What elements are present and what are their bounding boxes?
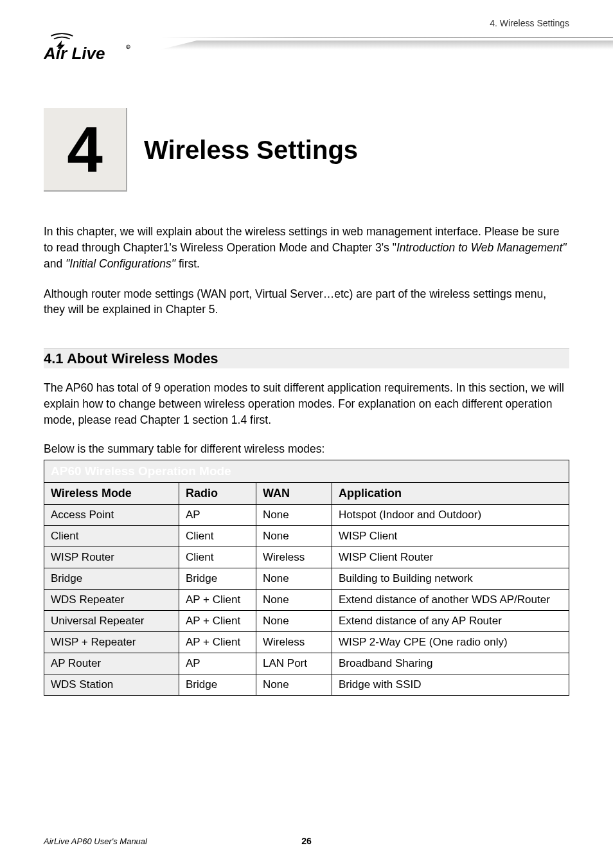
table-header-row: Wireless Mode Radio WAN Application — [44, 482, 569, 504]
table-cell: AP + Client — [179, 610, 256, 631]
table-cell: AP — [179, 653, 256, 674]
col-header-app: Application — [332, 482, 569, 504]
table-cell: WISP 2-Way CPE (One radio only) — [332, 631, 569, 653]
table-cell: WDS Station — [44, 674, 179, 695]
table-cell: None — [256, 568, 332, 589]
table-row: Access PointAPNoneHotspot (Indoor and Ou… — [44, 504, 569, 525]
table-cell: WISP Client Router — [332, 547, 569, 568]
chapter-number-box: 4 — [44, 108, 127, 192]
table-row: AP RouterAPLAN PortBroadband Sharing — [44, 653, 569, 674]
col-header-wan: WAN — [256, 482, 332, 504]
table-cell: Bridge — [44, 568, 179, 589]
table-cell: Extend distance of another WDS AP/Router — [332, 589, 569, 610]
table-row: WDS RepeaterAP + ClientNoneExtend distan… — [44, 589, 569, 610]
svg-text:Air Live: Air Live — [44, 44, 105, 63]
table-cell: WISP + Repeater — [44, 631, 179, 653]
table-cell: None — [256, 504, 332, 525]
table-cell: WISP Router — [44, 547, 179, 568]
table-cell: None — [256, 589, 332, 610]
intro-paragraph-2: Although router mode settings (WAN port,… — [44, 286, 569, 318]
table-cell: Building to Building network — [332, 568, 569, 589]
table-row: WISP + RepeaterAP + ClientWirelessWISP 2… — [44, 631, 569, 653]
table-cell: Hotspot (Indoor and Outdoor) — [332, 504, 569, 525]
table-row: ClientClientNoneWISP Client — [44, 525, 569, 547]
table-cell: None — [256, 674, 332, 695]
chapter-title: Wireless Settings — [144, 136, 358, 165]
table-cell: Broadband Sharing — [332, 653, 569, 674]
table-cell: Access Point — [44, 504, 179, 525]
table-row: WDS StationBridgeNoneBridge with SSID — [44, 674, 569, 695]
table-cell: LAN Port — [256, 653, 332, 674]
page-footer: AirLive AP60 User's Manual 26 — [44, 836, 569, 846]
table-cell: Bridge — [179, 674, 256, 695]
table-cell: AP + Client — [179, 589, 256, 610]
footer-page-number: 26 — [301, 836, 312, 846]
intro-paragraph-1: In this chapter, we will explain about t… — [44, 224, 569, 272]
table-cell: Universal Repeater — [44, 610, 179, 631]
airlive-logo-icon: Air Live R — [44, 28, 153, 67]
table-cell: Client — [44, 525, 179, 547]
table-cell: AP — [179, 504, 256, 525]
chapter-number: 4 — [67, 117, 103, 181]
text-run: first. — [175, 257, 200, 270]
text-run-italic: Introduction to Web Management" — [396, 241, 567, 254]
table-cell: Extend distance of any AP Router — [332, 610, 569, 631]
table-cell: AP + Client — [179, 631, 256, 653]
table-title: AP60 Wireless Operation Mode — [44, 460, 569, 482]
text-run: and — [44, 257, 66, 270]
table-cell: Client — [179, 525, 256, 547]
footer-manual-title: AirLive AP60 User's Manual — [44, 836, 147, 846]
section-paragraph-1: The AP60 has total of 9 operation modes … — [44, 380, 569, 428]
wireless-modes-table: AP60 Wireless Operation Mode Wireless Mo… — [44, 460, 569, 696]
table-row: WISP RouterClientWirelessWISP Client Rou… — [44, 547, 569, 568]
table-cell: None — [256, 610, 332, 631]
table-cell: WISP Client — [332, 525, 569, 547]
table-cell: WDS Repeater — [44, 589, 179, 610]
col-header-radio: Radio — [179, 482, 256, 504]
svg-text:R: R — [127, 46, 129, 49]
table-row: BridgeBridgeNoneBuilding to Building net… — [44, 568, 569, 589]
table-cell: Client — [179, 547, 256, 568]
header-decoration — [161, 37, 613, 64]
table-row: Universal RepeaterAP + ClientNoneExtend … — [44, 610, 569, 631]
table-cell: Wireless — [256, 631, 332, 653]
table-cell: Bridge with SSID — [332, 674, 569, 695]
table-title-row: AP60 Wireless Operation Mode — [44, 460, 569, 482]
table-caption: Below is the summary table for different… — [44, 442, 569, 456]
text-run-italic: "Initial Configurations" — [66, 257, 175, 270]
table-cell: Bridge — [179, 568, 256, 589]
col-header-mode: Wireless Mode — [44, 482, 179, 504]
section-heading: 4.1 About Wireless Modes — [44, 348, 569, 368]
breadcrumb: 4. Wireless Settings — [490, 18, 569, 28]
table-cell: None — [256, 525, 332, 547]
table-cell: AP Router — [44, 653, 179, 674]
table-cell: Wireless — [256, 547, 332, 568]
